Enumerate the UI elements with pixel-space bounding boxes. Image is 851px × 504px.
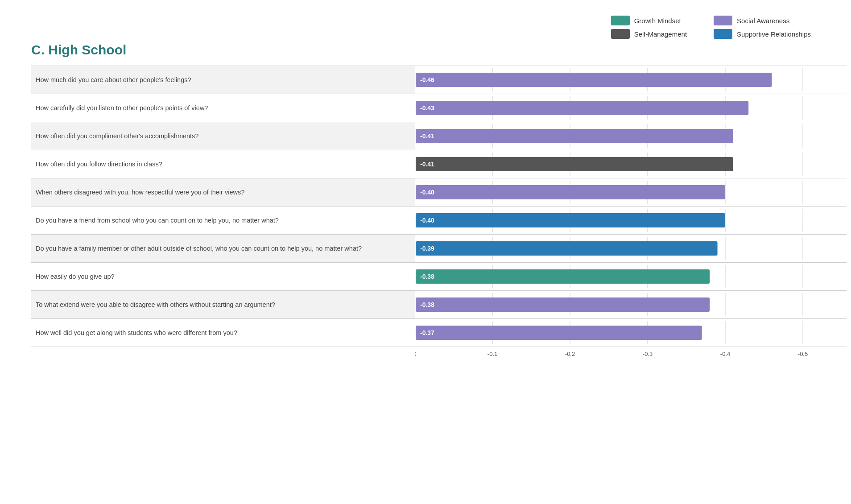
svg-rect-78 [416, 326, 702, 340]
legend: Growth Mindset Self-Management Social Aw… [31, 16, 847, 39]
legend-item-selfmgmt: Self-Management [611, 29, 687, 39]
svg-rect-14 [416, 101, 748, 115]
table-row: How much did you care about other people… [31, 66, 847, 94]
legend-col2: Social Awareness Supportive Relationship… [714, 16, 811, 39]
svg-text:-0.4: -0.4 [720, 351, 730, 357]
table-row: To what extend were you able to disagree… [31, 290, 847, 318]
svg-rect-54 [416, 241, 718, 256]
axis-labels: 0-0.1-0.2-0.3-0.4-0.5 [415, 347, 847, 362]
row-label: To what extend were you able to disagree… [31, 291, 415, 318]
row-label: How often did you follow directions in c… [31, 150, 415, 178]
legend-item-social: Social Awareness [714, 16, 811, 25]
row-label: How well did you get along with students… [31, 319, 415, 347]
row-label: How often did you compliment other's acc… [31, 122, 415, 150]
svg-text:-0.38: -0.38 [420, 301, 434, 308]
svg-rect-38 [416, 185, 725, 199]
table-row: How often did you follow directions in c… [31, 150, 847, 178]
table-row: When others disagreed with you, how resp… [31, 178, 847, 206]
row-label: How much did you care about other people… [31, 66, 415, 94]
table-row: How well did you get along with students… [31, 318, 847, 347]
bar-cell: -0.38 [415, 291, 847, 318]
page-title: C. High School [31, 42, 847, 58]
table-row: How often did you compliment other's acc… [31, 122, 847, 150]
svg-text:-0.1: -0.1 [487, 351, 497, 357]
bar-cell: -0.39 [415, 235, 847, 262]
legend-item-supportive: Supportive Relationships [714, 29, 811, 39]
row-label: Do you have a friend from school who you… [31, 207, 415, 234]
svg-rect-30 [416, 157, 733, 171]
bar-cell: -0.43 [415, 94, 847, 122]
row-label: When others disagreed with you, how resp… [31, 178, 415, 206]
chart-rows: How much did you care about other people… [31, 66, 847, 362]
svg-text:-0.46: -0.46 [420, 76, 434, 83]
svg-rect-46 [416, 213, 725, 227]
legend-label-social: Social Awareness [737, 17, 789, 25]
legend-label-supportive: Supportive Relationships [737, 30, 811, 38]
svg-rect-6 [416, 73, 772, 87]
legend-col1: Growth Mindset Self-Management [611, 16, 687, 39]
legend-swatch-growth [611, 16, 630, 25]
svg-text:-0.37: -0.37 [420, 329, 434, 336]
svg-text:0: 0 [415, 351, 417, 357]
chart-area: How much did you care about other people… [31, 66, 847, 362]
svg-text:-0.5: -0.5 [798, 351, 808, 357]
svg-text:-0.2: -0.2 [565, 351, 575, 357]
bar-cell: -0.37 [415, 319, 847, 347]
svg-rect-62 [416, 269, 710, 284]
bar-cell: -0.38 [415, 263, 847, 290]
svg-text:-0.41: -0.41 [420, 132, 434, 140]
bar-cell: -0.46 [415, 66, 847, 94]
svg-text:-0.40: -0.40 [420, 189, 434, 196]
row-label: How carefully did you listen to other pe… [31, 94, 415, 122]
legend-item-growth: Growth Mindset [611, 16, 687, 25]
svg-rect-22 [416, 129, 733, 143]
table-row: How easily do you give up?-0.38 [31, 262, 847, 290]
row-label: How easily do you give up? [31, 263, 415, 290]
legend-swatch-selfmgmt [611, 29, 630, 39]
legend-swatch-supportive [714, 29, 732, 39]
svg-text:-0.3: -0.3 [643, 351, 653, 357]
bar-cell: -0.40 [415, 178, 847, 206]
bar-cell: -0.41 [415, 122, 847, 150]
svg-text:-0.39: -0.39 [420, 245, 434, 252]
bar-cell: -0.41 [415, 150, 847, 178]
legend-swatch-social [714, 16, 732, 25]
legend-label-selfmgmt: Self-Management [634, 30, 687, 38]
svg-rect-70 [416, 297, 710, 312]
row-label: Do you have a family member or other adu… [31, 235, 415, 262]
table-row: Do you have a family member or other adu… [31, 234, 847, 262]
table-row: Do you have a friend from school who you… [31, 206, 847, 234]
axis-labels-row: 0-0.1-0.2-0.3-0.4-0.5 [31, 347, 847, 362]
svg-text:-0.43: -0.43 [420, 104, 434, 112]
bar-cell: -0.40 [415, 207, 847, 234]
legend-label-growth: Growth Mindset [634, 17, 681, 25]
svg-text:-0.41: -0.41 [420, 161, 434, 168]
table-row: How carefully did you listen to other pe… [31, 94, 847, 122]
svg-text:-0.38: -0.38 [420, 273, 434, 280]
svg-text:-0.40: -0.40 [420, 217, 434, 224]
